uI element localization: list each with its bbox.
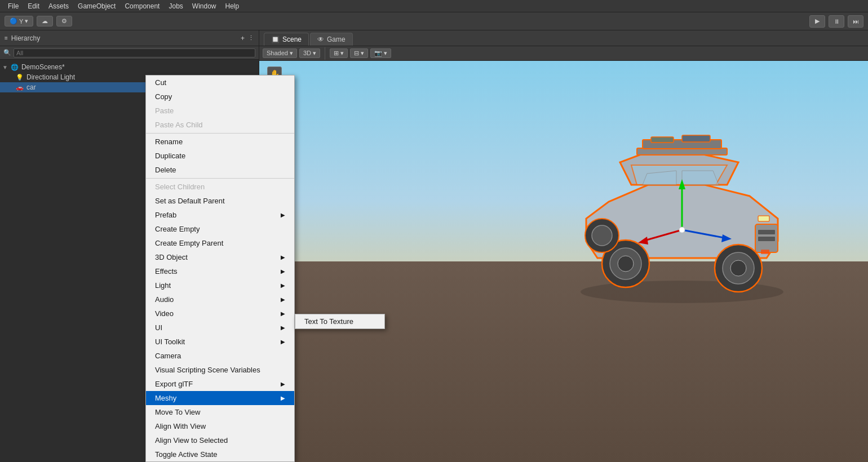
ctx-align-with-view-label: Align With View [155,422,206,430]
scene-display-button[interactable]: Shaded ▾ [263,48,297,58]
ctx-align-view-to-selected[interactable]: Align View to Selected [146,433,294,447]
ctx-create-empty-parent[interactable]: Create Empty Parent [146,236,294,250]
ctx-prefab-arrow: ▶ [281,212,285,218]
ctx-align-view-to-selected-label: Align View to Selected [155,436,228,445]
car-icon: 🚗 [16,84,24,91]
ctx-3d-object-arrow: ▶ [281,254,285,260]
ctx-move-to-view-label: Move To View [155,408,200,416]
ctx-cut-label: Cut [155,78,166,87]
scene-gizmo-button[interactable]: ⊞ ▾ [330,48,348,58]
ctx-light-arrow: ▶ [281,282,285,288]
toolbar: 🔵 Y ▾ ☁ ⚙ ▶ ⏸ ⏭ [0,12,868,30]
pause-button[interactable]: ⏸ [829,15,844,28]
ctx-prefab-label: Prefab [155,211,176,219]
step-button[interactable]: ⏭ [848,15,863,28]
ctx-duplicate[interactable]: Duplicate [146,149,294,163]
ctx-meshy[interactable]: Meshy ▶ [146,391,294,405]
scene-tab-icon: 🔲 [271,35,280,43]
ctx-audio-label: Audio [155,295,174,304]
ctx-light[interactable]: Light ▶ [146,278,294,292]
play-button[interactable]: ▶ [809,15,825,28]
ctx-move-to-view[interactable]: Move To View [146,405,294,419]
svg-point-18 [730,260,746,276]
hierarchy-search-bar: 🔍 [0,46,259,60]
menu-item-edit[interactable]: Edit [23,1,44,11]
ctx-paste-as-child: Paste As Child [146,118,294,132]
menu-bar: File Edit Assets GameObject Component Jo… [0,0,868,12]
scene-3d-button[interactable]: 3D ▾ [299,48,320,58]
ctx-cut[interactable]: Cut [146,75,294,90]
car-3d-model [564,128,800,309]
account-button[interactable]: 🔵 Y ▾ [5,16,33,26]
menu-item-window[interactable]: Window [188,1,221,11]
tab-scene[interactable]: 🔲 Scene [264,33,309,46]
ctx-export-gltf[interactable]: Export glTF ▶ [146,377,294,391]
ctx-video[interactable]: Video ▶ [146,306,294,321]
tree-arrow-demoscenes: ▼ [2,64,8,70]
hierarchy-header: ≡ Hierarchy + ⋮ [0,30,259,46]
ctx-meshy-label: Meshy [155,394,176,402]
settings-button[interactable]: ⚙ [56,16,72,26]
ctx-visual-scripting[interactable]: Visual Scripting Scene Variables [146,363,294,377]
submenu-text-to-texture[interactable]: Text To Texture [295,314,384,328]
ctx-effects-label: Effects [155,267,178,276]
ctx-light-label: Light [155,281,171,290]
ctx-delete-label: Delete [155,166,176,174]
scene-tab-label: Scene [282,35,302,43]
game-tab-label: Game [327,35,346,43]
svg-point-25 [679,227,685,233]
ctx-ui[interactable]: UI ▶ [146,321,294,335]
scene-grid-button[interactable]: ⊟ ▾ [350,48,368,58]
ctx-delete[interactable]: Delete [146,163,294,177]
scene-cam-button[interactable]: 📷 ▾ [370,48,391,58]
hierarchy-item-label-demoscenes: DemoScenes* [21,63,65,71]
menu-item-assets[interactable]: Assets [44,1,73,11]
ctx-ui-label: UI [155,323,162,332]
ctx-copy[interactable]: Copy [146,90,294,104]
svg-marker-9 [682,171,719,185]
menu-item-component[interactable]: Component [120,1,164,11]
cloud-icon: ☁ [42,17,48,25]
menu-item-gameobject[interactable]: GameObject [73,1,120,11]
hierarchy-title: Hierarchy [11,34,40,42]
play-controls: ▶ ⏸ ⏭ [809,15,863,28]
svg-rect-6 [682,135,710,142]
ctx-create-empty[interactable]: Create Empty [146,222,294,236]
cloud-button[interactable]: ☁ [37,16,53,26]
ctx-effects-arrow: ▶ [281,268,285,274]
hierarchy-item-label-light: Directional Light [26,73,75,81]
ctx-create-empty-parent-label: Create Empty Parent [155,239,223,247]
hierarchy-item-demoscenes[interactable]: ▼ 🌐 DemoScenes* [0,62,259,72]
submenu-meshy: Text To Texture [295,314,385,329]
svg-rect-5 [651,137,674,143]
account-icon: 🔵 [10,17,17,25]
menu-item-help[interactable]: Help [221,1,244,11]
ctx-align-with-view[interactable]: Align With View [146,419,294,433]
ctx-toggle-active-state[interactable]: Toggle Active State [146,447,294,461]
scene-toolbar: Shaded ▾ 3D ▾ ⊞ ▾ ⊟ ▾ 📷 ▾ [259,46,868,61]
hierarchy-more-button[interactable]: ⋮ [248,34,254,42]
ctx-rename[interactable]: Rename [146,135,294,149]
ctx-3d-object[interactable]: 3D Object ▶ [146,250,294,264]
ctx-camera[interactable]: Camera [146,349,294,363]
ctx-prefab[interactable]: Prefab ▶ [146,208,294,222]
ctx-effects[interactable]: Effects ▶ [146,264,294,278]
scene-view[interactable]: ✋ [259,61,868,462]
settings-icon: ⚙ [61,17,67,25]
svg-point-15 [618,256,634,272]
dropdown-icon: ▾ [25,17,28,25]
menu-item-jobs[interactable]: Jobs [164,1,187,11]
ctx-visual-scripting-label: Visual Scripting Scene Variables [155,366,260,374]
svg-rect-29 [761,250,769,254]
ctx-audio[interactable]: Audio ▶ [146,292,294,306]
hierarchy-search-input[interactable] [14,48,255,57]
ctx-ui-toolkit[interactable]: UI Toolkit ▶ [146,335,294,349]
svg-rect-11 [758,230,775,234]
context-menu: Cut Copy Paste Paste As Child Rename Dup… [145,75,295,462]
ctx-set-default-parent[interactable]: Set as Default Parent [146,194,294,208]
hierarchy-item-label-car: car [26,83,36,91]
menu-item-file[interactable]: File [3,1,23,11]
tab-game[interactable]: 👁 Game [310,33,353,46]
hierarchy-add-button[interactable]: + [241,34,245,42]
ctx-duplicate-label: Duplicate [155,152,185,160]
